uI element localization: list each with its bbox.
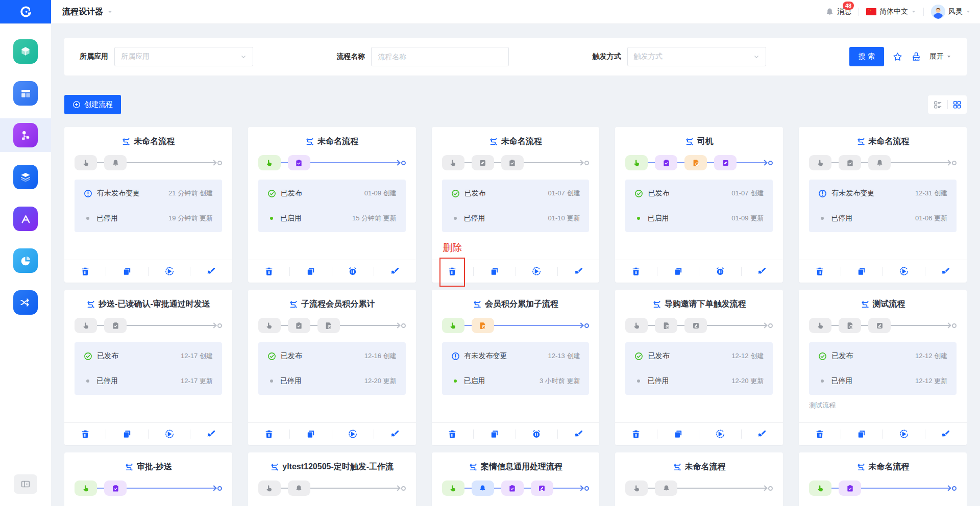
copy-button[interactable] [474,260,515,283]
edit-button[interactable] [374,260,415,283]
hand-icon [82,159,90,167]
flow-card-title[interactable]: 会员积分累加子流程 [432,299,600,310]
disable-button[interactable] [332,260,374,283]
sidebar-collapse-button[interactable] [14,474,37,494]
flow-card-title[interactable]: 导购邀请下单触发流程 [615,299,783,310]
list-view-icon[interactable] [933,100,943,110]
trash-icon [81,267,90,276]
sidebar-item-integrations-shuffle[interactable] [0,286,51,319]
copy-icon [122,429,132,439]
flow-card-title[interactable]: 抄送-已读确认-审批通过时发送 [64,299,232,310]
status-label: 已停用 [280,376,302,386]
edit-button[interactable] [925,423,967,445]
delete-button[interactable] [615,260,656,283]
delete-button[interactable] [615,423,656,445]
edit-button[interactable] [742,423,783,445]
edit-button[interactable] [742,260,783,283]
delete-button[interactable] [799,423,840,445]
delete-button[interactable] [248,260,289,283]
flow-card-title[interactable]: 测试流程 [799,299,967,310]
step-connector [831,325,839,326]
edit-button[interactable] [190,260,232,283]
favorite-star-icon[interactable] [892,52,903,62]
sidebar-item-ai-module[interactable] [0,202,51,236]
flow-end-arrow [127,161,222,165]
expand-filters-button[interactable]: 展开 [929,52,951,61]
flow-card-title[interactable]: 未命名流程 [799,462,967,472]
flow-icon [856,463,865,471]
copy-button[interactable] [841,423,883,445]
delete-button[interactable]: 删除 [432,260,473,283]
copy-button[interactable] [474,423,515,445]
create-flow-button[interactable]: 创建流程 [64,95,121,114]
avatar [931,5,945,19]
enable-button[interactable] [699,423,741,445]
enable-button[interactable] [149,260,190,283]
delete-button[interactable] [64,260,106,283]
delete-button[interactable] [432,423,473,445]
edit-button[interactable] [374,423,415,445]
step-connector [494,162,501,163]
flow-card-title[interactable]: 未命名流程 [615,462,783,472]
flow-card-title[interactable]: 未命名流程 [432,136,600,147]
flow-card-title[interactable]: 未命名流程 [64,136,232,147]
step-connector [281,325,288,326]
flow-icon [673,463,681,471]
enable-button[interactable] [883,260,924,283]
disable-button[interactable] [516,423,557,445]
language-selector[interactable]: 简体中文 [866,7,916,16]
flow-steps-preview [625,479,773,497]
delete-button[interactable] [248,423,289,445]
step-hand-node [75,155,97,170]
copy-button[interactable] [657,423,699,445]
sidebar-item-workflow-designer[interactable] [0,118,51,152]
flow-card-title[interactable]: 审批-抄送 [64,462,232,472]
copy-button[interactable] [106,423,148,445]
disable-button[interactable] [699,260,741,283]
user-menu[interactable]: 风灵 [931,5,971,19]
flow-name-input[interactable] [371,47,509,66]
trigger-filter-select[interactable]: 触发方式 [627,47,766,66]
copy-button[interactable] [657,260,699,283]
language-label: 简体中文 [879,7,908,16]
app-filter-select[interactable]: 所属应用 [114,47,253,66]
flow-card-title[interactable]: yltest120505-定时触发-工作流 [248,462,416,472]
app-title[interactable]: 流程设计器 [62,7,113,17]
copy-button[interactable] [290,423,331,445]
enable-button[interactable] [149,423,190,445]
flow-card-title[interactable]: 子流程会员积分累计 [248,299,416,310]
clipboard-icon [295,322,303,330]
delete-button[interactable] [799,260,840,283]
hand-icon [817,159,824,167]
messages-button[interactable]: 消息 48 [825,7,851,16]
sidebar-item-data-layers[interactable] [0,160,51,194]
check-icon [267,352,276,361]
enable-button[interactable] [883,423,924,445]
delete-button[interactable] [64,423,106,445]
sidebar-item-analytics-pie[interactable] [0,244,51,277]
flow-card-title[interactable]: 未命名流程 [248,136,416,147]
sidebar-item-page-builder[interactable] [0,77,51,110]
status-time: 01-07 创建 [548,189,580,198]
check-icon [84,352,92,361]
edit-button[interactable] [558,260,599,283]
step-connector [464,162,472,163]
flow-steps-preview [809,317,957,334]
sidebar-item-apps-cube[interactable] [0,35,51,68]
copy-button[interactable] [106,260,148,283]
search-button[interactable]: 搜 索 [849,47,884,66]
enable-button[interactable] [332,423,374,445]
clear-brush-icon[interactable] [911,52,921,62]
edit-button[interactable] [925,260,967,283]
flow-card-title[interactable]: 案情信息通用处理流程 [432,462,600,472]
flow-card-title[interactable]: 未命名流程 [799,136,967,147]
step-connector [310,325,317,326]
copy-button[interactable] [290,260,331,283]
brand-logo[interactable] [0,0,51,23]
grid-view-icon[interactable] [952,100,962,109]
flow-card-title[interactable]: 司机 [615,136,783,147]
edit-button[interactable] [190,423,232,445]
copy-button[interactable] [841,260,883,283]
edit-button[interactable] [558,423,599,445]
enable-button[interactable] [516,260,557,283]
